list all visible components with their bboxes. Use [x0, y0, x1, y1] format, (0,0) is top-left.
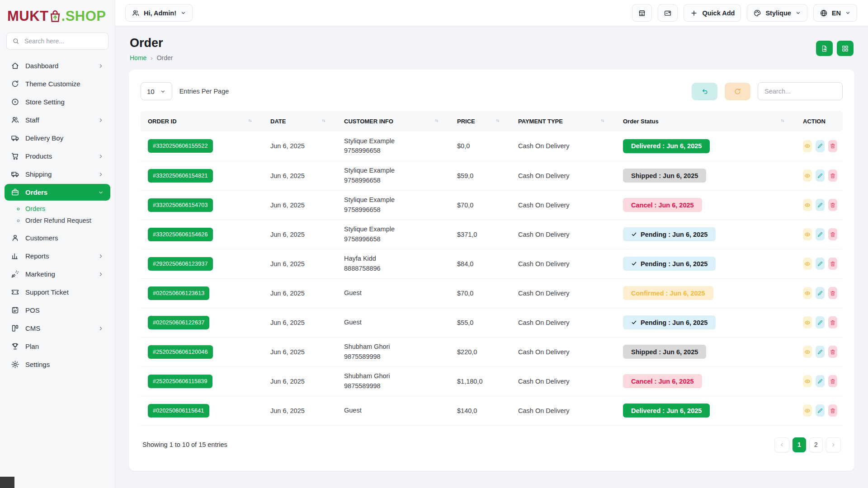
- eye-icon: [804, 202, 811, 208]
- edit-order-button[interactable]: [816, 375, 825, 387]
- order-date: Jun 6, 2025: [265, 131, 339, 161]
- sidebar-item-shipping[interactable]: Shipping: [5, 166, 110, 183]
- edit-order-button[interactable]: [816, 258, 825, 270]
- sort-icon[interactable]: [495, 117, 501, 125]
- view-order-button[interactable]: [803, 404, 812, 417]
- order-status-badge: Pending : Jun 6, 2025: [623, 257, 716, 271]
- payment-type: Cash On Delivery: [513, 396, 618, 425]
- pagination-page-2[interactable]: 2: [809, 437, 823, 452]
- delete-order-button[interactable]: [828, 404, 837, 417]
- column-header-date[interactable]: DATE: [265, 111, 339, 131]
- sort-icon[interactable]: [321, 117, 327, 125]
- delete-order-button[interactable]: [828, 169, 837, 182]
- table-search-input[interactable]: [758, 82, 843, 100]
- grid-view-button[interactable]: [837, 41, 854, 56]
- customer-info: Guest: [339, 396, 452, 425]
- order-id-badge[interactable]: #020250606122637: [148, 316, 209, 329]
- edit-order-button[interactable]: [816, 140, 825, 152]
- edit-order-button[interactable]: [816, 316, 825, 328]
- storefront-button[interactable]: [632, 4, 652, 22]
- edit-order-button[interactable]: [816, 228, 825, 240]
- view-order-button[interactable]: [803, 287, 812, 299]
- delete-order-button[interactable]: [828, 199, 837, 211]
- delete-order-button[interactable]: [828, 228, 837, 240]
- sidebar-item-settings[interactable]: Settings: [5, 356, 110, 373]
- sidebar-item-marketing[interactable]: Marketing: [5, 266, 110, 282]
- sidebar-item-customers[interactable]: Customers: [5, 230, 110, 246]
- delete-order-button[interactable]: [828, 287, 837, 299]
- sort-icon[interactable]: [434, 117, 440, 125]
- order-id-badge[interactable]: #020250606123613: [148, 286, 209, 300]
- column-header-order-status[interactable]: Order Status: [618, 111, 797, 131]
- sidebar-item-cms[interactable]: CMS: [5, 320, 110, 337]
- view-order-button[interactable]: [803, 228, 812, 240]
- column-header-payment-type[interactable]: PAYMENT TYPE: [513, 111, 618, 131]
- delete-order-button[interactable]: [828, 140, 837, 152]
- pagination-next-button[interactable]: [826, 437, 841, 452]
- admin-menu-button[interactable]: Hi, Admin!: [125, 4, 193, 22]
- customer-info: Stylique Example9758996658: [339, 131, 452, 161]
- pencil-icon: [817, 202, 823, 208]
- undo-button[interactable]: [692, 83, 717, 100]
- export-button[interactable]: [816, 41, 833, 56]
- sort-icon[interactable]: [247, 117, 253, 125]
- pos-card-button[interactable]: [658, 4, 678, 22]
- order-id-badge[interactable]: #3320250606154703: [148, 198, 213, 212]
- sort-icon[interactable]: [599, 117, 606, 125]
- order-id-badge[interactable]: #3320250606154821: [148, 169, 213, 183]
- delete-order-button[interactable]: [828, 316, 837, 328]
- order-id-badge[interactable]: #020250606115641: [148, 404, 209, 418]
- column-header-order-id[interactable]: ORDER ID: [141, 111, 265, 131]
- sidebar-subitem-orders[interactable]: Orders: [16, 203, 115, 215]
- edit-order-button[interactable]: [816, 404, 825, 417]
- order-id-badge[interactable]: #2520250606115839: [148, 375, 212, 388]
- view-order-button[interactable]: [803, 199, 812, 211]
- pagination-prev-button[interactable]: [774, 437, 789, 452]
- brand-logo[interactable]: MUKT .SHOP: [0, 0, 115, 25]
- edit-order-button[interactable]: [816, 199, 825, 211]
- pagination-page-1[interactable]: 1: [793, 437, 806, 452]
- delete-order-button[interactable]: [828, 375, 837, 387]
- column-header-price[interactable]: PRICE: [452, 111, 513, 131]
- view-order-button[interactable]: [803, 316, 812, 328]
- view-order-button[interactable]: [803, 140, 812, 152]
- edit-order-button[interactable]: [816, 346, 825, 358]
- view-order-button[interactable]: [803, 375, 812, 387]
- sidebar-item-support-ticket[interactable]: Support Ticket: [5, 284, 110, 300]
- topbar-actions: Quick Add Stylique EN: [632, 4, 857, 22]
- entries-per-page-select[interactable]: 10: [141, 82, 172, 100]
- sidebar-item-reports[interactable]: Reports: [5, 248, 110, 264]
- view-order-button[interactable]: [803, 169, 812, 182]
- brand-name-left: MUKT: [7, 9, 49, 23]
- edit-order-button[interactable]: [816, 287, 825, 299]
- sidebar-subitem-order-refund-request[interactable]: Order Refund Request: [16, 215, 115, 226]
- sidebar-item-theme-customize[interactable]: Theme Customize: [5, 75, 110, 92]
- order-id-badge[interactable]: #2520250606120046: [148, 345, 213, 359]
- delete-order-button[interactable]: [828, 346, 837, 358]
- quick-add-button[interactable]: Quick Add: [684, 4, 741, 22]
- column-header-customer-info[interactable]: CUSTOMER INFO: [339, 111, 452, 131]
- sidebar-item-staff[interactable]: Staff: [5, 112, 110, 128]
- payment-type: Cash On Delivery: [513, 220, 618, 249]
- edit-order-button[interactable]: [816, 169, 825, 182]
- sort-icon[interactable]: [779, 117, 786, 125]
- order-id-badge[interactable]: #2920250606123937: [148, 257, 213, 271]
- view-order-button[interactable]: [803, 258, 812, 270]
- sidebar-search-input[interactable]: [24, 37, 103, 45]
- theme-select-button[interactable]: Stylique: [747, 4, 807, 22]
- language-select-button[interactable]: EN: [813, 4, 857, 22]
- order-id-badge[interactable]: #3320250606154626: [148, 228, 213, 241]
- sidebar-item-delivery-boy[interactable]: Delivery Boy: [5, 130, 110, 146]
- sidebar-item-store-setting[interactable]: Store Setting: [5, 94, 110, 110]
- sidebar-item-pos[interactable]: POS: [5, 302, 110, 319]
- sidebar-item-products[interactable]: Products: [5, 148, 110, 164]
- table-row: #3320250606155522Jun 6, 2025Stylique Exa…: [141, 131, 843, 161]
- delete-order-button[interactable]: [828, 258, 837, 270]
- refresh-button[interactable]: [725, 83, 750, 100]
- sidebar-item-dashboard[interactable]: Dashboard: [5, 57, 110, 74]
- order-id-badge[interactable]: #3320250606155522: [148, 139, 213, 153]
- sidebar-item-plan[interactable]: Plan: [5, 338, 110, 355]
- breadcrumb-home-link[interactable]: Home: [130, 54, 146, 61]
- view-order-button[interactable]: [803, 346, 812, 358]
- sidebar-item-orders[interactable]: Orders: [5, 184, 110, 201]
